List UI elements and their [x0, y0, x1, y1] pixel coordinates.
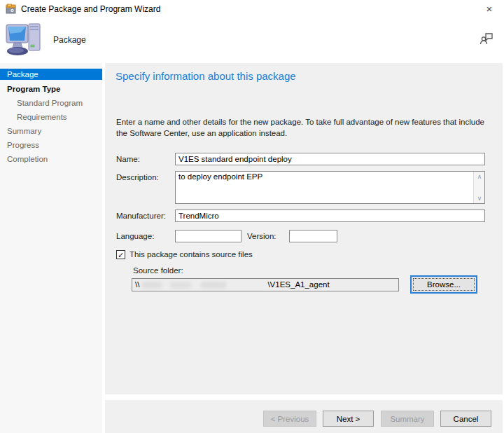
sidebar-item-program-type[interactable]: Program Type [0, 83, 102, 95]
source-folder-path-prefix: \\ [135, 279, 139, 291]
source-folder-path-suffix: \V1ES_A1_agent [267, 279, 329, 291]
intro-text: Enter a name and other details for the n… [116, 116, 498, 139]
computer-icon [6, 22, 45, 57]
source-folder-label: Source folder: [133, 266, 183, 275]
scroll-down-icon[interactable]: ∨ [474, 193, 485, 203]
page-title: Specify information about this package [115, 70, 296, 82]
language-label: Language: [116, 232, 154, 240]
title-bar: Create Package and Program Wizard × [0, 0, 504, 18]
sidebar-item-progress[interactable]: Progress [0, 139, 102, 151]
wizard-sidebar: Package Program Type Standard Program Re… [0, 63, 102, 433]
description-scrollbar: ∧ ∨ [473, 172, 484, 203]
version-input[interactable] [289, 230, 337, 242]
cancel-button[interactable]: Cancel [440, 411, 491, 427]
summary-button[interactable]: Summary [381, 411, 434, 427]
description-label: Description: [116, 173, 159, 181]
previous-button[interactable]: < Previous [263, 411, 316, 427]
description-field-frame: to deploy endpoint EPP ∧ ∨ [175, 171, 485, 204]
wizard-content: Specify information about this package E… [105, 63, 503, 394]
header-step-title: Package [53, 35, 86, 45]
close-button[interactable]: × [479, 2, 500, 16]
browse-button[interactable]: Browse... [410, 275, 477, 294]
source-files-checkbox-label: This package contains source files [130, 250, 253, 259]
next-button[interactable]: Next > [323, 411, 374, 427]
wizard-footer: < Previous Next > Summary Cancel [105, 400, 503, 433]
name-label: Name: [116, 155, 140, 163]
description-input[interactable]: to deploy endpoint EPP [176, 172, 474, 203]
source-folder-redacted-segment [142, 282, 265, 289]
sidebar-item-completion[interactable]: Completion [0, 153, 102, 165]
sidebar-item-package[interactable]: Package [0, 69, 102, 80]
manufacturer-label: Manufacturer: [116, 212, 166, 220]
app-package-icon [6, 4, 17, 15]
language-input[interactable] [175, 230, 241, 242]
sidebar-item-summary[interactable]: Summary [0, 125, 102, 137]
wizard-header: Package [0, 18, 504, 62]
feedback-icon[interactable] [479, 31, 494, 46]
scroll-up-icon[interactable]: ∧ [474, 172, 485, 181]
window-title: Create Package and Program Wizard [21, 4, 160, 14]
sidebar-item-standard-program[interactable]: Standard Program [0, 97, 102, 109]
manufacturer-input[interactable] [175, 209, 485, 222]
version-label: Version: [247, 232, 276, 240]
name-input[interactable] [175, 153, 485, 165]
wizard-window: Create Package and Program Wizard × Pack… [0, 0, 504, 433]
source-files-checkbox[interactable]: ✓ [116, 250, 125, 259]
source-folder-field[interactable]: \\ \V1ES_A1_agent [132, 278, 399, 291]
sidebar-item-requirements[interactable]: Requirements [0, 111, 102, 123]
